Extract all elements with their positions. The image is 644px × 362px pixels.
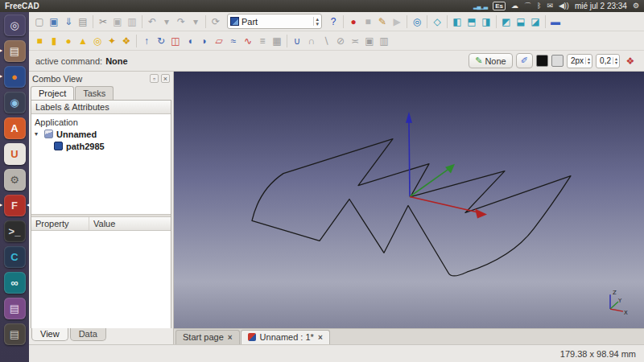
- freecad-icon[interactable]: F: [4, 195, 26, 216]
- construction-mode-button[interactable]: ✐: [516, 53, 533, 68]
- whats-this-icon[interactable]: ?: [326, 14, 341, 29]
- apply-style-icon[interactable]: ❖: [623, 54, 638, 68]
- tree-item-path[interactable]: path2985: [35, 140, 167, 152]
- layer-button[interactable]: ✎ None: [469, 53, 513, 68]
- view-bottom-icon[interactable]: ⬓: [514, 14, 528, 29]
- copy-icon[interactable]: ▣: [110, 14, 125, 29]
- section-icon[interactable]: ⊘: [333, 34, 348, 48]
- part-sphere-icon[interactable]: ●: [61, 34, 76, 48]
- shape-builder-icon[interactable]: ❖: [119, 34, 134, 48]
- property-mode-tab[interactable]: Data: [70, 328, 106, 341]
- combo-tab[interactable]: Project: [31, 86, 74, 100]
- view-axonometric-icon[interactable]: ◇: [430, 14, 444, 29]
- mdi-tab[interactable]: Unnamed : 1* ×: [241, 330, 330, 344]
- loft-icon[interactable]: ≈: [226, 34, 241, 48]
- check-geometry-icon[interactable]: ▥: [377, 34, 391, 48]
- c-app-icon[interactable]: C: [4, 246, 26, 268]
- workbench-selector[interactable]: Part ▴ ▾: [227, 14, 322, 29]
- view-left-icon[interactable]: ◪: [528, 14, 543, 29]
- chromium-icon[interactable]: ◉: [4, 92, 26, 113]
- part-primitives-icon[interactable]: ✦: [105, 34, 119, 48]
- cloud-icon[interactable]: ☁: [511, 2, 518, 10]
- cut-icon[interactable]: ✂: [96, 14, 110, 29]
- view-top-icon[interactable]: ⬒: [464, 14, 479, 29]
- macro-play-icon[interactable]: ▶: [390, 14, 404, 29]
- part-cone-icon[interactable]: ▲: [76, 34, 90, 48]
- session-gear-icon[interactable]: ⚙: [633, 2, 639, 10]
- view-front-icon[interactable]: ◧: [450, 14, 464, 29]
- combo-tab[interactable]: Tasks: [75, 86, 114, 100]
- unknown-app-icon-2[interactable]: ▤: [4, 323, 26, 345]
- mail-icon[interactable]: ✉: [547, 2, 553, 10]
- line-color-swatch[interactable]: [536, 55, 548, 67]
- terminal-icon[interactable]: >_: [4, 220, 26, 242]
- print-icon[interactable]: ▤: [76, 14, 90, 29]
- measure-distance-icon[interactable]: ▬: [548, 14, 563, 29]
- extrude-icon[interactable]: ↑: [139, 34, 154, 48]
- open-document-icon[interactable]: ▣: [47, 14, 61, 29]
- save-document-icon[interactable]: ⇓: [61, 14, 76, 29]
- tree-root-application[interactable]: Application: [35, 116, 167, 128]
- ruled-surface-icon[interactable]: ▱: [212, 34, 226, 48]
- unknown-app-icon-1[interactable]: ▤: [4, 298, 26, 319]
- wire-path2985[interactable]: [252, 139, 571, 276]
- software-center-icon[interactable]: A: [4, 117, 26, 139]
- property-column-header[interactable]: Property: [31, 217, 89, 230]
- close-panel-icon[interactable]: ×: [161, 74, 170, 83]
- volume-icon[interactable]: ◀)): [559, 2, 569, 10]
- undo-icon[interactable]: ↶: [145, 14, 159, 29]
- line-width-spinner[interactable]: 2px ▴ ▾: [567, 54, 592, 68]
- ubuntu-dash-icon[interactable]: ◎: [4, 14, 26, 36]
- fillet-icon[interactable]: ◖: [183, 34, 197, 48]
- float-panel-icon[interactable]: ▫: [150, 74, 159, 83]
- chamfer-icon[interactable]: ◗: [197, 34, 212, 48]
- fit-all-icon[interactable]: ◎: [410, 14, 424, 29]
- compound-icon[interactable]: ▣: [362, 34, 377, 48]
- mirror-icon[interactable]: ◫: [168, 34, 183, 48]
- macro-edit-icon[interactable]: ✎: [375, 14, 390, 29]
- undo-dropdown-icon[interactable]: ▾: [159, 14, 174, 29]
- wifi-icon[interactable]: ⌒: [524, 2, 531, 10]
- bluetooth-icon[interactable]: ᛒ: [537, 2, 541, 10]
- redo-dropdown-icon[interactable]: ▾: [188, 14, 203, 29]
- offset-icon[interactable]: ≡: [255, 34, 270, 48]
- files-icon[interactable]: ▤: [4, 40, 26, 62]
- revolve-icon[interactable]: ↻: [154, 34, 168, 48]
- part-cylinder-icon[interactable]: ▮: [47, 34, 61, 48]
- boolean-cut-icon[interactable]: ∖: [319, 34, 333, 48]
- view-rear-icon[interactable]: ◩: [499, 14, 514, 29]
- mdi-tab[interactable]: Start page ×: [175, 330, 240, 344]
- redo-icon[interactable]: ↷: [174, 14, 188, 29]
- workbench-spinner[interactable]: ▴ ▾: [313, 17, 319, 26]
- paste-icon[interactable]: ▥: [125, 14, 139, 29]
- tree-item-document[interactable]: ▾ Unnamed: [35, 128, 167, 140]
- text-scale-spinner[interactable]: 0,2 ▴ ▾: [596, 54, 620, 68]
- cross-sections-icon[interactable]: ≍: [348, 34, 362, 48]
- thickness-icon[interactable]: ▦: [270, 34, 284, 48]
- firefox-icon[interactable]: ●: [4, 66, 26, 88]
- boolean-common-icon[interactable]: ∩: [304, 34, 319, 48]
- arduino-icon[interactable]: ∞: [4, 272, 26, 294]
- network-graph-icon[interactable]: ▂▄▁▃: [473, 3, 487, 10]
- part-torus-icon[interactable]: ◎: [90, 34, 105, 48]
- clock[interactable]: mié jul 2 23:34: [575, 2, 627, 10]
- keyboard-layout-indicator[interactable]: Es: [493, 2, 506, 10]
- sweep-icon[interactable]: ∿: [241, 34, 255, 48]
- close-tab-icon[interactable]: ×: [228, 333, 233, 342]
- new-document-icon[interactable]: ▢: [32, 14, 47, 29]
- ubuntu-one-icon[interactable]: U: [4, 143, 26, 165]
- system-settings-icon[interactable]: ⚙: [4, 169, 26, 191]
- close-tab-icon[interactable]: ×: [318, 333, 323, 342]
- macro-record-icon[interactable]: ●: [346, 14, 361, 29]
- face-color-swatch[interactable]: [551, 55, 564, 67]
- expander-icon[interactable]: ▾: [35, 130, 41, 138]
- boolean-union-icon[interactable]: ∪: [290, 34, 304, 48]
- property-mode-tab[interactable]: View: [31, 328, 68, 341]
- view-right-icon[interactable]: ◨: [479, 14, 493, 29]
- part-box-icon[interactable]: ■: [32, 34, 47, 48]
- refresh-icon[interactable]: ⟳: [208, 14, 223, 29]
- 3d-viewport[interactable]: Z Y X: [174, 72, 644, 328]
- macro-stop-icon[interactable]: ■: [361, 14, 375, 29]
- document-icon: [44, 130, 53, 138]
- value-column-header[interactable]: Value: [89, 217, 119, 230]
